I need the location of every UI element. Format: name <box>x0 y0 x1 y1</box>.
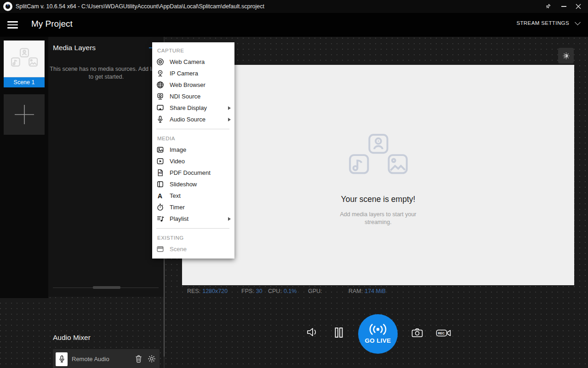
empty-scene-title: Your scene is empty! <box>341 195 416 204</box>
menu-item-ip-camera[interactable]: IP Camera <box>152 68 234 79</box>
scrollbar-thumb[interactable] <box>164 258 165 356</box>
pin-on-top-button[interactable] <box>541 0 555 13</box>
slideshow-icon <box>156 180 164 188</box>
empty-scene-icon <box>349 134 408 181</box>
svg-text:A: A <box>158 192 162 200</box>
menu-divider <box>156 228 229 229</box>
microphone-icon <box>56 352 68 366</box>
status-resolution: RES:1280x720 <box>187 288 228 294</box>
menu-item-timer[interactable]: Timer <box>152 201 234 213</box>
menu-section-existing: EXISTING <box>152 232 234 243</box>
scene-thumbnail-image <box>4 40 45 77</box>
menu-item-text[interactable]: A Text <box>152 190 234 201</box>
video-icon <box>156 157 164 165</box>
menu-item-slideshow[interactable]: Slideshow <box>152 178 234 190</box>
go-live-button[interactable]: GO LIVE <box>358 314 398 354</box>
menu-item-audio-source[interactable]: Audio Source <box>152 114 234 125</box>
panel-resize-handle[interactable] <box>93 286 120 289</box>
audio-source-name: Remote Audio <box>72 356 109 362</box>
image-icon <box>156 146 164 154</box>
playlist-icon <box>156 215 164 223</box>
page-title: My Project <box>31 19 73 29</box>
source-settings-gear-icon[interactable] <box>148 355 157 364</box>
status-bar: RES:1280x720 FPS:30 CPU:0.1% GPU: RAM:17… <box>182 287 574 297</box>
media-layers-title: Media Layers <box>53 44 96 52</box>
splitcam-logo-icon <box>3 1 13 12</box>
ip-camera-icon <box>156 69 164 77</box>
add-layer-menu: CAPTURE Web Camera IP Camera <box>152 42 234 259</box>
scenes-panel: Scene 1 <box>0 37 48 298</box>
menu-item-share-display[interactable]: Share Display <box>152 102 234 114</box>
scene-name-label: Scene 1 <box>4 77 45 87</box>
web-browser-icon <box>156 81 164 89</box>
menu-section-media: MEDIA <box>152 133 234 144</box>
close-button[interactable] <box>571 0 585 13</box>
pause-button[interactable] <box>334 327 344 338</box>
record-button[interactable]: REC <box>436 328 451 338</box>
status-cpu: CPU:0.1% <box>268 288 297 294</box>
app-header: My Project STREAM SETTINGS <box>0 13 588 37</box>
audio-source-icon <box>156 115 164 123</box>
media-layers-empty-text: This scene has no media sources. Add lay… <box>49 65 163 81</box>
status-gpu: GPU: <box>308 288 324 294</box>
delete-source-icon[interactable] <box>135 355 144 364</box>
stream-settings-button[interactable]: STREAM SETTINGS <box>516 20 580 26</box>
minimize-button[interactable] <box>557 0 571 13</box>
pdf-document-icon: PDF <box>156 169 164 177</box>
scene-preview: Your scene is empty! Add media layers to… <box>182 65 574 285</box>
audio-mixer-title: Audio Mixer <box>53 334 91 342</box>
brightness-button[interactable] <box>558 48 574 63</box>
scene-thumbnail[interactable]: Scene 1 <box>4 40 45 87</box>
audio-mixer-source-card: Remote Audio <box>53 349 160 368</box>
text-icon: A <box>156 192 164 200</box>
hamburger-menu-icon[interactable] <box>7 20 19 30</box>
submenu-arrow-icon <box>228 106 231 110</box>
menu-item-playlist[interactable]: Playlist <box>152 213 234 224</box>
web-camera-icon <box>156 58 164 66</box>
menu-item-web-camera[interactable]: Web Camera <box>152 56 234 68</box>
empty-scene-subtitle: Add media layers to start your streaming… <box>338 211 418 226</box>
share-display-icon <box>156 104 164 112</box>
window-title: SplitCam v. 10.6.54 x64 - C:\Users\WDAGU… <box>16 0 264 13</box>
menu-item-video[interactable]: Video <box>152 155 234 167</box>
scene-icon <box>156 245 164 253</box>
media-layers-panel: Media Layers This scene has no media sou… <box>48 37 165 297</box>
status-fps: FPS:30 <box>241 288 263 294</box>
menu-item-web-browser[interactable]: Web Browser <box>152 79 234 91</box>
svg-text:PDF: PDF <box>159 172 163 174</box>
menu-section-capture: CAPTURE <box>152 45 234 56</box>
menu-item-image[interactable]: Image <box>152 144 234 155</box>
go-live-label: GO LIVE <box>365 337 391 344</box>
rec-label: REC <box>438 332 445 335</box>
splitcam-window: SplitCam v. 10.6.54 x64 - C:\Users\WDAGU… <box>0 0 588 368</box>
stream-settings-label: STREAM SETTINGS <box>516 20 569 26</box>
output-volume-button[interactable] <box>306 327 319 338</box>
menu-item-ndi-source[interactable]: NDI Source <box>152 91 234 102</box>
submenu-arrow-icon <box>228 217 231 221</box>
timer-icon <box>156 203 164 211</box>
menu-divider <box>156 129 229 129</box>
snapshot-camera-button[interactable] <box>411 327 423 338</box>
add-scene-button[interactable] <box>4 94 45 135</box>
chevron-down-icon <box>575 19 581 25</box>
ndi-source-icon <box>156 92 164 100</box>
app-body: Scene 1 Media Layers This scene has no m… <box>0 37 588 368</box>
title-bar: SplitCam v. 10.6.54 x64 - C:\Users\WDAGU… <box>0 0 588 13</box>
submenu-arrow-icon <box>228 118 231 121</box>
menu-item-scene[interactable]: Scene <box>152 243 234 255</box>
menu-item-pdf-document[interactable]: PDF PDF Document <box>152 167 234 178</box>
status-ram: RAM:174 MiB <box>348 288 386 294</box>
